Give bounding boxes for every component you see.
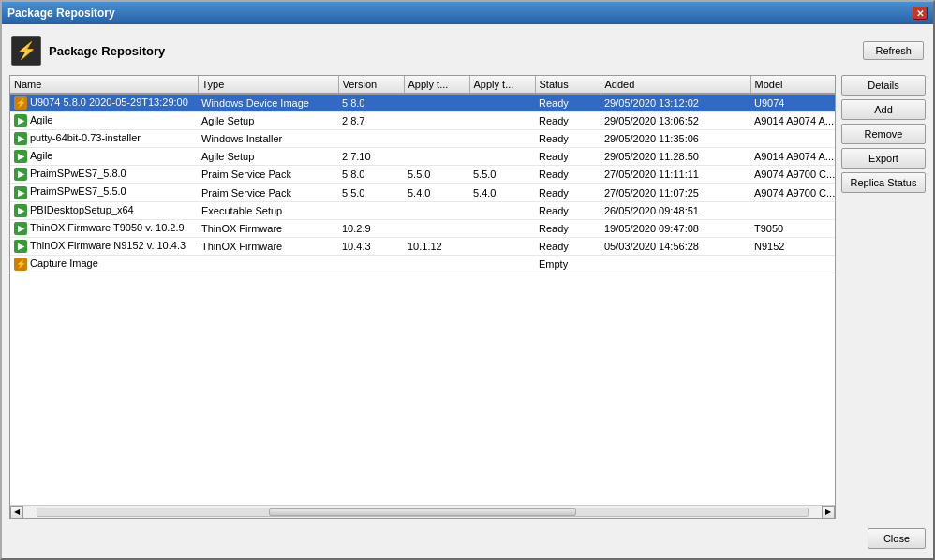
cell-added: 27/05/2020 11:07:25 — [601, 184, 750, 201]
scrollbar-thumb[interactable] — [269, 508, 577, 516]
row-icon: ⚡ — [14, 96, 27, 110]
cell-apply1 — [404, 255, 469, 273]
cell-version: 2.8.7 — [338, 112, 404, 130]
cell-type: Praim Service Pack — [198, 166, 338, 184]
cell-apply1 — [404, 148, 469, 166]
cell-type: Executable Setup — [198, 201, 338, 219]
cell-apply1 — [404, 94, 469, 112]
cell-apply2 — [469, 237, 535, 255]
cell-status: Ready — [535, 201, 601, 219]
row-icon: ▶ — [14, 132, 27, 145]
cell-status: Ready — [535, 94, 601, 112]
bottom-area: Close — [9, 524, 926, 551]
cell-name: ▶PraimSPwES7_5.8.0 — [10, 166, 198, 184]
cell-apply2 — [469, 94, 535, 112]
table-row[interactable]: ▶PraimSPwES7_5.5.0Praim Service Pack5.5.… — [10, 184, 835, 201]
main-window: Package Repository ✕ ⚡ Package Repositor… — [0, 0, 935, 560]
cell-added: 29/05/2020 13:12:02 — [601, 94, 750, 112]
cell-type: ThinOX Firmware — [198, 237, 338, 255]
row-icon: ▶ — [14, 204, 27, 217]
row-icon: ⚡ — [14, 258, 27, 271]
table-header-row: Name Type Version Apply t... Apply t... … — [10, 76, 835, 94]
cell-status: Ready — [535, 148, 601, 166]
cell-apply2 — [469, 201, 535, 219]
table-row[interactable]: ▶ThinOX Firmware N9152 v. 10.4.3ThinOX F… — [10, 237, 835, 255]
col-header-model[interactable]: Model — [750, 76, 835, 94]
cell-version: 5.8.0 — [338, 166, 404, 184]
close-window-button[interactable]: ✕ — [913, 7, 928, 20]
cell-version: 5.5.0 — [338, 184, 404, 201]
cell-name: ▶PraimSPwES7_5.5.0 — [10, 184, 198, 201]
cell-status: Ready — [535, 130, 601, 148]
cell-added: 05/03/2020 14:56:28 — [601, 237, 750, 255]
cell-version: 2.7.10 — [338, 148, 404, 166]
cell-name: ▶Agile — [10, 148, 198, 166]
window-content: ⚡ Package Repository Refresh Name Type V… — [2, 24, 933, 558]
col-header-added[interactable]: Added — [601, 76, 750, 94]
row-icon: ▶ — [14, 114, 27, 127]
cell-type: Agile Setup — [198, 148, 338, 166]
title-bar: Package Repository ✕ — [2, 2, 933, 24]
refresh-button[interactable]: Refresh — [863, 41, 924, 60]
cell-name: ⚡U9074 5.8.0 2020-05-29T13:29:00 — [10, 94, 198, 112]
cell-added: 29/05/2020 11:28:50 — [601, 148, 750, 166]
cell-apply1 — [404, 112, 469, 130]
row-icon: ▶ — [14, 150, 27, 163]
cell-type: Agile Setup — [198, 112, 338, 130]
add-button[interactable]: Add — [841, 99, 926, 120]
cell-name: ▶ThinOX Firmware T9050 v. 10.2.9 — [10, 219, 198, 237]
horizontal-scrollbar[interactable]: ◀ ▶ — [10, 505, 835, 518]
table-row[interactable]: ▶PBIDesktopSetup_x64Executable SetupRead… — [10, 201, 835, 219]
cell-version: 5.8.0 — [338, 94, 404, 112]
table-container: Name Type Version Apply t... Apply t... … — [9, 75, 836, 519]
cell-version — [338, 130, 404, 148]
replica-status-button[interactable]: Replica Status — [841, 172, 926, 193]
main-area: Name Type Version Apply t... Apply t... … — [9, 75, 926, 519]
scrollbar-track[interactable] — [37, 508, 809, 517]
col-header-status[interactable]: Status — [535, 76, 601, 94]
cell-model: A9014 A9074 A... — [750, 148, 835, 166]
col-header-version[interactable]: Version — [338, 76, 404, 94]
cell-name: ▶ThinOX Firmware N9152 v. 10.4.3 — [10, 237, 198, 255]
cell-added: 19/05/2020 09:47:08 — [601, 219, 750, 237]
cell-apply2 — [469, 112, 535, 130]
cell-added: 27/05/2020 11:11:11 — [601, 166, 750, 184]
right-button-panel: Details Add Remove Export Replica Status — [841, 75, 926, 519]
app-icon: ⚡ — [11, 36, 41, 66]
cell-status: Ready — [535, 184, 601, 201]
table-wrapper[interactable]: Name Type Version Apply t... Apply t... … — [10, 76, 835, 505]
col-header-type[interactable]: Type — [198, 76, 338, 94]
cell-status: Ready — [535, 166, 601, 184]
title-bar-left: Package Repository — [7, 7, 115, 20]
details-button[interactable]: Details — [841, 75, 926, 96]
row-icon: ▶ — [14, 168, 27, 181]
cell-added: 29/05/2020 11:35:06 — [601, 130, 750, 148]
table-row[interactable]: ▶AgileAgile Setup2.7.10Ready29/05/2020 1… — [10, 148, 835, 166]
cell-model: T9050 — [750, 219, 835, 237]
cell-apply1 — [404, 201, 469, 219]
cell-name: ▶PBIDesktopSetup_x64 — [10, 201, 198, 219]
col-header-apply1[interactable]: Apply t... — [404, 76, 469, 94]
col-header-apply2[interactable]: Apply t... — [469, 76, 535, 94]
cell-version — [338, 201, 404, 219]
table-row[interactable]: ▶AgileAgile Setup2.8.7Ready29/05/2020 13… — [10, 112, 835, 130]
col-header-name[interactable]: Name — [10, 76, 198, 94]
cell-apply2 — [469, 130, 535, 148]
table-row[interactable]: ⚡Capture ImageEmpty — [10, 255, 835, 273]
cell-apply2 — [469, 148, 535, 166]
table-row[interactable]: ▶PraimSPwES7_5.8.0Praim Service Pack5.8.… — [10, 166, 835, 184]
remove-button[interactable]: Remove — [841, 124, 926, 144]
table-row[interactable]: ▶ThinOX Firmware T9050 v. 10.2.9ThinOX F… — [10, 219, 835, 237]
cell-name: ▶Agile — [10, 112, 198, 130]
table-row[interactable]: ▶putty-64bit-0.73-installerWindows Insta… — [10, 130, 835, 148]
scrollbar-left-arrow[interactable]: ◀ — [10, 506, 23, 519]
package-table: Name Type Version Apply t... Apply t... … — [10, 76, 835, 273]
close-button[interactable]: Close — [868, 528, 926, 549]
cell-model: N9152 — [750, 237, 835, 255]
scrollbar-right-arrow[interactable]: ▶ — [822, 506, 835, 519]
table-row[interactable]: ⚡U9074 5.8.0 2020-05-29T13:29:00Windows … — [10, 94, 835, 112]
export-button[interactable]: Export — [841, 148, 926, 169]
cell-status: Ready — [535, 112, 601, 130]
cell-type: Windows Installer — [198, 130, 338, 148]
cell-apply2 — [469, 255, 535, 273]
